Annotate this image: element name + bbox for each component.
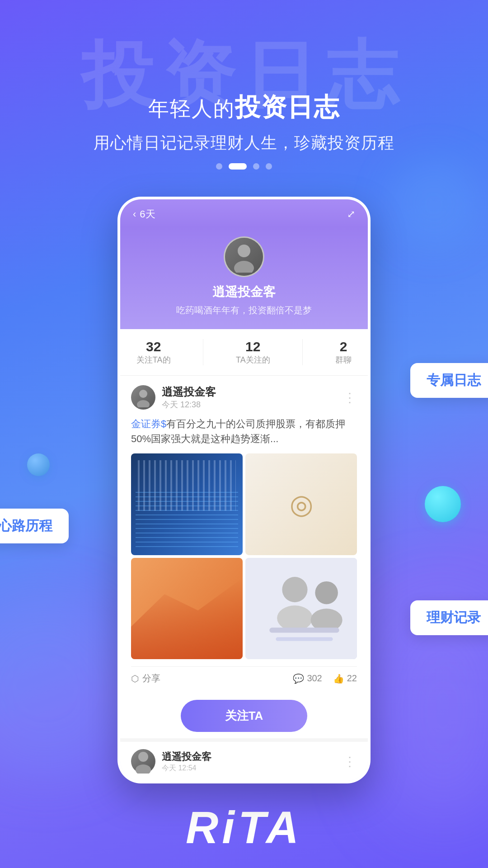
phone-mockup-container: 专属日志 心路历程 理财记录 ‹ 6天 ⤢: [0, 197, 488, 783]
stats-row: 32 关注TA的 12 TA关注的 2 群聊: [120, 329, 368, 376]
svg-rect-9: [269, 627, 339, 632]
post-header: 逍遥投金客 今天 12:38 ⋮: [131, 385, 357, 410]
post-avatar: [131, 385, 155, 410]
header-section: 年轻人的投资日志 用心情日记记录理财人生，珍藏投资历程: [0, 0, 488, 154]
label-journey: 心路历程: [0, 509, 69, 543]
comments-stat: 💬 302: [293, 673, 322, 684]
dot-1: [216, 163, 222, 170]
post-highlight: 金证券$: [131, 418, 166, 429]
preview-time: 今天 12:54: [162, 764, 337, 773]
tagline-bold: 投资日志: [235, 93, 340, 121]
profile-section: 逍遥投金客 吃药喝酒年年有，投资翻倍不是梦: [120, 227, 368, 329]
svg-point-1: [234, 261, 254, 273]
subtitle: 用心情日记记录理财人生，珍藏投资历程: [0, 132, 488, 154]
post-time: 今天 12:38: [162, 399, 343, 410]
groups-label: 群聊: [335, 355, 352, 364]
image-4: [245, 558, 357, 660]
share-label: 分享: [142, 672, 160, 684]
label-finance-record: 理财记录: [410, 600, 488, 635]
share-icon-post: ⬡: [131, 673, 139, 684]
back-icon: ‹: [133, 208, 136, 220]
preview-more-button[interactable]: ⋮: [343, 754, 357, 769]
profile-name: 逍遥投金客: [212, 283, 276, 301]
image-2: [245, 453, 357, 555]
svg-point-7: [315, 581, 338, 604]
svg-point-2: [139, 390, 147, 398]
follow-button-wrap: 关注TA: [120, 693, 368, 738]
groups-count: 2: [335, 339, 352, 354]
followers-count: 32: [136, 339, 171, 354]
svg-point-0: [238, 245, 250, 257]
tagline-prefix: 年轻人的: [148, 97, 235, 120]
post-content: 金证券$有百分之九十的公司质押股票，有都质押50%国家强大就是这种趋势逐渐...: [131, 416, 357, 446]
share-button[interactable]: ⤢: [347, 208, 355, 220]
svg-point-11: [138, 752, 148, 762]
following-label: TA关注的: [236, 355, 270, 364]
post-user-info: 逍遥投金客 今天 12:38: [162, 385, 343, 410]
preview-info: 逍遥投金客 今天 12:54: [162, 750, 337, 773]
followers-label: 关注TA的: [136, 355, 171, 364]
post-footer: ⬡ 分享 💬 302 👍 22: [131, 666, 357, 684]
decorative-ball-cyan: [425, 486, 461, 522]
decorative-ball-blue: [27, 453, 50, 476]
dot-4: [266, 163, 272, 170]
app-name: RiTA: [0, 802, 488, 854]
stat-groups: 2 群聊: [335, 339, 352, 365]
share-icon: ⤢: [347, 208, 355, 220]
phone-mockup: ‹ 6天 ⤢ 逍遥投金客: [117, 197, 371, 783]
back-button[interactable]: ‹ 6天: [133, 208, 155, 221]
post-username: 逍遥投金客: [162, 385, 343, 399]
image-3: [131, 558, 243, 660]
dot-3: [253, 163, 259, 170]
likes-stat: 👍 22: [333, 673, 357, 684]
dot-2-active: [229, 163, 247, 170]
phone-screen: ‹ 6天 ⤢ 逍遥投金客: [120, 199, 368, 781]
page-indicators: [0, 163, 488, 170]
avatar: [224, 236, 264, 277]
image-1: [131, 453, 243, 555]
comment-icon: 💬: [293, 673, 304, 684]
follow-button[interactable]: 关注TA: [181, 700, 307, 732]
svg-point-3: [137, 400, 150, 407]
likes-count: 22: [347, 673, 357, 684]
preview-username: 逍遥投金客: [162, 750, 337, 764]
share-button-post[interactable]: ⬡ 分享: [131, 672, 160, 684]
label-exclusive: 专属日志: [410, 363, 488, 398]
stat-following: 12 TA关注的: [236, 339, 270, 365]
tagline: 年轻人的投资日志: [0, 90, 488, 125]
post-preview: 逍遥投金客 今天 12:54 ⋮: [120, 738, 368, 781]
like-icon: 👍: [333, 673, 344, 684]
svg-point-5: [282, 577, 307, 602]
comments-count: 302: [307, 673, 322, 684]
following-count: 12: [236, 339, 270, 354]
svg-point-12: [136, 764, 151, 774]
avatar-image: [225, 238, 263, 276]
svg-rect-10: [276, 637, 333, 641]
bottom-section: RiTA: [0, 802, 488, 868]
days-label: 6天: [140, 208, 155, 221]
phone-status-bar: ‹ 6天 ⤢: [120, 199, 368, 227]
post-more-button[interactable]: ⋮: [343, 390, 357, 405]
image-grid: [131, 453, 357, 659]
post-card: 逍遥投金客 今天 12:38 ⋮ 金证券$有百分之九十的公司质押股票，有都质押5…: [120, 376, 368, 693]
stat-followers: 32 关注TA的: [136, 339, 171, 365]
profile-bio: 吃药喝酒年年有，投资翻倍不是梦: [176, 304, 312, 316]
svg-point-6: [277, 605, 313, 631]
preview-avatar: [131, 749, 155, 774]
post-stats: 💬 302 👍 22: [293, 673, 357, 684]
